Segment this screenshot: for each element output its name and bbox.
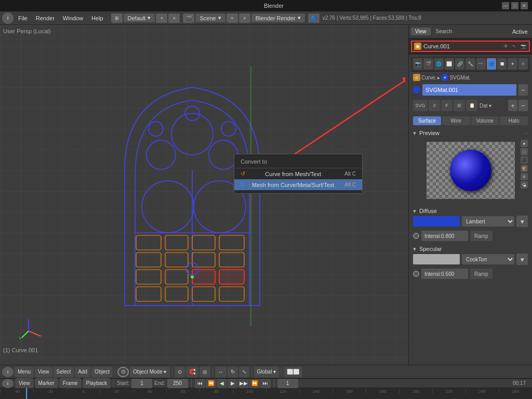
render-icon[interactable]: 📷	[520, 43, 527, 50]
material-remove-button[interactable]: −	[518, 84, 528, 96]
preview-sky-icon[interactable]: 🌤	[521, 181, 528, 189]
end-frame-input[interactable]	[167, 379, 188, 388]
preview-sphere-icon[interactable]: ●	[521, 140, 528, 147]
outliner-row-curve001[interactable]: ◉ Curve.001 👁 ↖ 📷	[411, 41, 530, 52]
preview-cube-icon[interactable]: ⬛	[521, 156, 528, 164]
scene-add-icon[interactable]: +	[227, 14, 238, 23]
vt-view-button[interactable]: View	[35, 367, 52, 377]
prop-icon-constraints[interactable]: 🔗	[455, 58, 464, 70]
start-frame-input[interactable]	[131, 379, 152, 388]
vt-select-button[interactable]: Select	[54, 367, 74, 377]
play-button[interactable]: ▶	[228, 379, 238, 388]
tab-volume[interactable]: Volume	[471, 116, 499, 125]
jump-end-button[interactable]: ⏭	[260, 379, 271, 388]
mat-btn-svg[interactable]: SVG	[413, 100, 428, 111]
timeline-playback-btn[interactable]: Playback	[83, 378, 111, 389]
select-icon[interactable]: ↖	[511, 43, 518, 50]
diffuse-ramp-button[interactable]: Ramp	[470, 231, 493, 241]
screen-selector[interactable]: Default ▾	[124, 14, 155, 22]
breadcrumb-curve[interactable]: Curve.	[421, 75, 436, 81]
mode-indicator-icon[interactable]: ⊙	[117, 367, 129, 377]
vt-layers-button[interactable]: ⬜⬜	[284, 367, 302, 377]
specular-section-header[interactable]: ▼ Specular	[411, 244, 530, 254]
preview-section-header[interactable]: ▼ Preview ···	[411, 128, 530, 138]
info-icon[interactable]: i	[2, 12, 14, 24]
prop-icon-data[interactable]: 〰	[476, 58, 486, 70]
diffuse-expand-button[interactable]: ▾	[516, 216, 528, 227]
current-frame-input[interactable]	[277, 379, 298, 388]
mat-del-button[interactable]: −	[518, 100, 528, 111]
vt-transform-button[interactable]: ↔	[215, 367, 227, 377]
timeline-marker-btn[interactable]: Marker	[35, 378, 58, 389]
menu-help[interactable]: Help	[88, 14, 107, 22]
close-button[interactable]: ✕	[521, 2, 528, 9]
vt-object-button[interactable]: Object	[91, 367, 113, 377]
prop-icon-modifiers[interactable]: 🔧	[466, 58, 475, 70]
specular-shader-select[interactable]: CookTorr	[462, 254, 514, 264]
material-name-input[interactable]: SVGMat.001	[422, 84, 516, 96]
prop-icon-render[interactable]: 📷	[413, 58, 422, 70]
specular-ramp-button[interactable]: Ramp	[470, 269, 493, 279]
vt-menu-button[interactable]: Menu	[15, 367, 34, 377]
vt-scale-button[interactable]: ⤡	[239, 367, 249, 377]
vt-pivot-button[interactable]: ⊙	[175, 367, 185, 377]
play-back-button[interactable]: ◀	[217, 379, 227, 388]
render-engine-selector[interactable]: Blender Render ▾	[251, 14, 305, 22]
prop-icon-object[interactable]: ⬜	[445, 58, 454, 70]
layout-grid-icon[interactable]: ⊞	[111, 14, 123, 23]
jump-start-button[interactable]: ⏮	[195, 379, 205, 388]
vt-global-button[interactable]: Global ▾	[254, 367, 280, 377]
prop-icon-world[interactable]: 🌐	[434, 58, 444, 70]
context-menu-option-curve[interactable]: ↺ Curve from Mesh/Text Alt C	[234, 168, 362, 179]
prev-keyframe-button[interactable]: ⏪	[206, 379, 216, 388]
specular-expand-button[interactable]: ▾	[516, 254, 528, 265]
scene-selector[interactable]: Scene ▾	[195, 14, 225, 22]
viewport-3d[interactable]: User Persp (Local) .blue-line { stroke: …	[0, 25, 408, 365]
vt-proportional-button[interactable]: ◎	[200, 367, 210, 377]
render-icon[interactable]: 🔵	[308, 14, 320, 23]
diffuse-intensity-input[interactable]: Intensi:0.800	[421, 231, 468, 241]
context-menu-option-mesh[interactable]: ▽ Mesh from Curve/Meta/Surf/Text Alt C	[234, 179, 362, 190]
play-forward-button[interactable]: ▶▶	[238, 379, 249, 388]
breadcrumb-material[interactable]: SVGMat.	[449, 75, 471, 81]
preview-hair-icon[interactable]: ≡	[521, 173, 528, 180]
tab-halo[interactable]: Halo	[500, 116, 528, 125]
specular-color-swatch[interactable]	[413, 254, 460, 264]
specular-radio[interactable]	[413, 271, 419, 277]
tab-surface[interactable]: Surface	[413, 116, 441, 125]
prop-icon-physics[interactable]: ⚛	[518, 58, 528, 70]
visibility-icon[interactable]: 👁	[502, 43, 509, 50]
vt-add-button[interactable]: Add	[75, 367, 90, 377]
vt-snap-button[interactable]: 🧲	[186, 367, 198, 377]
mat-btn-f[interactable]: F	[441, 100, 453, 111]
prop-icon-particles[interactable]: ✦	[508, 58, 517, 70]
panel-tab-search[interactable]: Search	[432, 28, 457, 35]
preview-plane-icon[interactable]: □	[521, 148, 528, 155]
mat-btn-grid[interactable]: ⊞	[454, 100, 465, 111]
diffuse-section-header[interactable]: ▼ Diffuse	[411, 206, 530, 216]
timeline-frame-btn[interactable]: Frame	[60, 378, 81, 389]
diffuse-color-swatch[interactable]	[413, 216, 460, 227]
tab-wire[interactable]: Wire	[442, 116, 470, 125]
menu-file[interactable]: File	[15, 14, 31, 22]
timeline-info-icon[interactable]: i	[2, 379, 14, 388]
prop-icon-scene[interactable]: 🎬	[423, 58, 433, 70]
timeline-ruler[interactable]: -40 -20 0 20 40 60 80 100 120 140 160 18…	[0, 388, 532, 399]
panel-tab-view[interactable]: View	[411, 28, 431, 35]
timeline-view-btn[interactable]: View	[16, 378, 33, 389]
scene-icon[interactable]: 🎬	[183, 14, 194, 23]
menu-window[interactable]: Window	[59, 14, 87, 22]
mat-btn-copy[interactable]: 📋	[466, 100, 477, 111]
maximize-button[interactable]: □	[511, 2, 518, 9]
mat-add-button[interactable]: +	[508, 100, 517, 111]
next-keyframe-button[interactable]: ⏩	[249, 379, 260, 388]
specular-intensity-input[interactable]: Intensi:0.500	[421, 269, 468, 279]
preview-monkey-icon[interactable]: 🐒	[521, 165, 528, 172]
screen-add-icon[interactable]: +	[156, 14, 167, 23]
mat-btn-count[interactable]: 3	[429, 100, 440, 111]
menu-render[interactable]: Render	[32, 14, 58, 22]
vt-rotate-button[interactable]: ↻	[228, 367, 238, 377]
diffuse-shader-select[interactable]: Lambert	[462, 216, 514, 227]
scene-x-icon[interactable]: ×	[239, 14, 250, 23]
vt-mode-select[interactable]: Object Mode ▾	[130, 367, 169, 377]
